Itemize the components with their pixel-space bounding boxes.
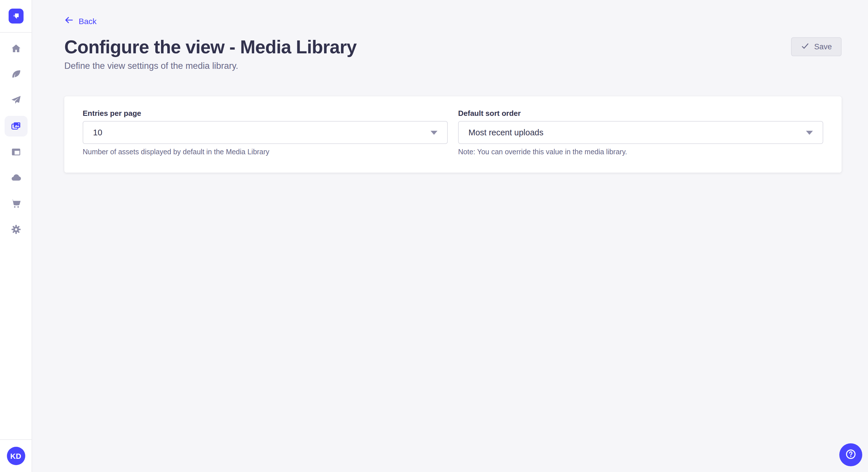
page-subtitle: Define the view settings of the media li… xyxy=(64,61,842,71)
sidebar-nav xyxy=(4,33,27,240)
feather-icon xyxy=(11,69,21,80)
chevron-down-icon xyxy=(431,131,437,134)
shopping-cart-icon xyxy=(11,198,21,209)
sidebar-item-home[interactable] xyxy=(4,38,27,59)
back-label: Back xyxy=(79,16,96,26)
default-sort-order-select[interactable]: Most recent uploads xyxy=(458,121,823,144)
avatar-initials: KD xyxy=(10,452,21,460)
workspace-logo-button[interactable] xyxy=(0,0,32,33)
entries-per-page-select[interactable]: 10 xyxy=(83,121,448,144)
help-question-icon xyxy=(844,448,857,462)
gear-icon xyxy=(11,224,21,235)
main-content: Back Configure the view - Media Library … xyxy=(32,0,868,472)
sidebar-item-feather[interactable] xyxy=(4,64,27,85)
default-sort-order-hint: Note: You can override this value in the… xyxy=(458,147,823,157)
home-icon xyxy=(11,43,21,54)
default-sort-order-value: Most recent uploads xyxy=(468,128,544,137)
sidebar: KD xyxy=(0,0,32,472)
title-row: Configure the view - Media Library Save xyxy=(64,37,842,56)
page-title: Configure the view - Media Library xyxy=(64,38,356,56)
back-link[interactable]: Back xyxy=(64,15,96,26)
layout-panel-icon xyxy=(11,147,21,157)
strapi-logo-icon xyxy=(8,9,23,24)
cloud-icon xyxy=(11,173,21,183)
back-arrow-icon xyxy=(64,15,73,26)
sidebar-footer: KD xyxy=(0,439,32,472)
entries-per-page-value: 10 xyxy=(93,128,102,137)
sidebar-item-cloud[interactable] xyxy=(4,167,27,188)
help-button[interactable] xyxy=(839,443,862,466)
sidebar-item-settings[interactable] xyxy=(4,219,27,240)
entries-per-page-label: Entries per page xyxy=(83,109,448,117)
check-icon xyxy=(801,42,809,52)
settings-card: Entries per page 10 Number of assets dis… xyxy=(64,96,842,173)
user-avatar[interactable]: KD xyxy=(7,447,25,465)
field-entries-per-page: Entries per page 10 Number of assets dis… xyxy=(83,109,448,157)
sidebar-item-media-library[interactable] xyxy=(4,116,27,136)
default-sort-order-label: Default sort order xyxy=(458,109,823,117)
sidebar-item-cart[interactable] xyxy=(4,193,27,214)
paper-plane-icon xyxy=(11,95,21,105)
entries-per-page-hint: Number of assets displayed by default in… xyxy=(83,147,448,157)
app-root: KD Back Configure the view - Media Libra… xyxy=(0,0,868,472)
sidebar-item-layout[interactable] xyxy=(4,142,27,162)
save-label: Save xyxy=(814,42,832,51)
media-library-icon xyxy=(11,121,21,131)
save-button[interactable]: Save xyxy=(791,37,842,56)
field-default-sort-order: Default sort order Most recent uploads N… xyxy=(458,109,823,157)
sidebar-item-paper-plane[interactable] xyxy=(4,90,27,111)
chevron-down-icon xyxy=(806,131,813,134)
